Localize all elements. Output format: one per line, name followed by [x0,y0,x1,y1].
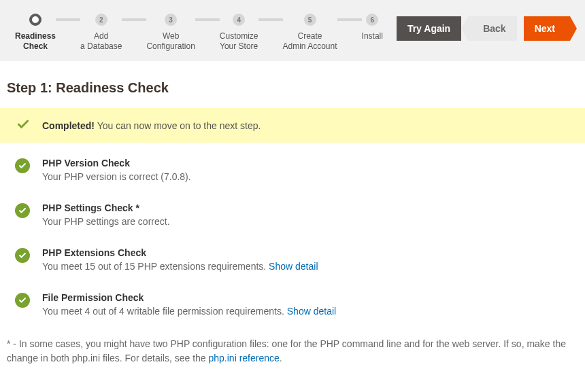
stepper: Readiness Check2Add a Database3Web Confi… [15,14,383,52]
check-title: PHP Settings Check * [42,202,170,213]
check-item: PHP Version CheckYour PHP version is cor… [15,158,578,182]
check-item: File Permission CheckYou meet 4 out of 4… [15,292,578,317]
check-item: PHP Settings Check *Your PHP settings ar… [15,202,578,227]
check-success-icon [15,248,30,263]
check-success-icon [15,293,30,308]
check-desc: You meet 15 out of 15 PHP extensions req… [42,261,318,272]
next-button[interactable]: Next [524,16,570,41]
check-success-icon [15,158,30,173]
check-desc: Your PHP version is correct (7.0.8). [42,171,191,182]
step-circle: 6 [366,14,378,26]
step-circle: 2 [95,14,107,26]
check-item: PHP Extensions CheckYou meet 15 out of 1… [15,247,578,272]
footnote: * - In some cases, you might have two PH… [7,337,578,366]
step-1[interactable]: Readiness Check [15,14,56,52]
button-row: Try Again Back Next [397,16,570,41]
step-circle [29,14,41,26]
step-connector [56,18,80,21]
step-6[interactable]: 6Install [362,14,383,41]
check-body: PHP Extensions CheckYou meet 15 out of 1… [42,247,318,272]
check-body: File Permission CheckYou meet 4 out of 4… [42,292,336,317]
check-body: PHP Version CheckYour PHP version is cor… [42,158,191,182]
check-title: File Permission Check [42,292,336,303]
check-desc: You meet 4 out of 4 writable file permis… [42,306,336,317]
check-body: PHP Settings Check *Your PHP settings ar… [42,202,170,227]
step-connector [195,18,220,21]
step-connector [258,18,283,21]
step-circle: 4 [233,14,245,26]
step-label: Create Admin Account [283,31,337,52]
step-circle: 3 [165,14,177,26]
alert-success: Completed! You can now move on to the ne… [0,108,585,143]
step-label: Web Configuration [146,31,195,52]
page-title: Step 1: Readiness Check [7,80,585,96]
checks-list: PHP Version CheckYour PHP version is cor… [0,143,585,317]
step-2[interactable]: 2Add a Database [80,14,122,52]
check-icon [16,118,30,133]
check-title: PHP Version Check [42,158,191,168]
check-title: PHP Extensions Check [42,247,318,258]
step-label: Customize Your Store [220,31,258,52]
phpini-reference-link[interactable]: php.ini reference [209,353,280,363]
show-detail-link[interactable]: Show detail [269,261,318,272]
step-3[interactable]: 3Web Configuration [146,14,195,52]
step-label: Install [362,31,383,41]
step-connector [122,18,146,21]
step-circle: 5 [304,14,316,26]
top-bar: Readiness Check2Add a Database3Web Confi… [0,0,585,61]
step-label: Readiness Check [15,31,56,52]
step-5[interactable]: 5Create Admin Account [283,14,337,52]
alert-text: Completed! You can now move on to the ne… [42,120,261,131]
step-connector [337,18,362,21]
step-4[interactable]: 4Customize Your Store [220,14,258,52]
step-label: Add a Database [80,31,122,52]
try-again-button[interactable]: Try Again [397,16,461,41]
check-success-icon [15,203,30,218]
back-button[interactable]: Back [468,16,516,41]
check-desc: Your PHP settings are correct. [42,216,170,227]
show-detail-link[interactable]: Show detail [287,306,336,317]
